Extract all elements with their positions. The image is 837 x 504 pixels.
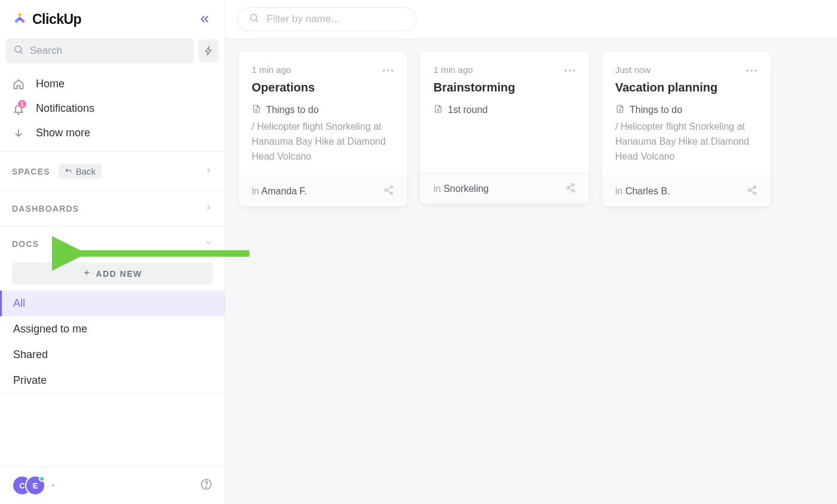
svg-point-3 <box>251 14 257 21</box>
spaces-back-chip[interactable]: Back <box>59 164 102 179</box>
search-row <box>0 38 225 69</box>
back-arrow-icon <box>65 167 72 175</box>
avatar-initial: E <box>33 481 38 490</box>
sidebar-footer: C E <box>0 466 225 504</box>
document-icon <box>615 104 625 116</box>
card-doc-name: Things to do <box>630 105 682 115</box>
app-logo[interactable]: ClickUp <box>12 11 81 28</box>
add-new-doc-button[interactable]: ADD NEW <box>12 262 213 285</box>
topbar <box>225 0 837 39</box>
dashboards-label: DASHBOARDS <box>12 204 79 213</box>
card-doc: 1st round <box>433 104 576 116</box>
card-location-prefix: in <box>433 184 444 194</box>
card-doc: Things to do <box>615 104 757 116</box>
svg-point-11 <box>564 69 567 72</box>
caret-down-icon <box>50 480 56 491</box>
svg-point-13 <box>573 69 575 72</box>
app-name: ClickUp <box>32 11 81 28</box>
arrow-down-icon <box>12 127 25 139</box>
svg-point-2 <box>206 487 206 487</box>
nav-show-more[interactable]: Show more <box>0 121 225 145</box>
card-doc-name: 1st round <box>448 105 488 115</box>
nav-notifications[interactable]: 1 Notifications <box>0 96 225 121</box>
svg-point-0 <box>15 46 22 53</box>
card-location-prefix: in <box>615 186 625 196</box>
home-icon <box>12 78 25 90</box>
docs-label: DOCS <box>12 239 39 249</box>
sidebar: ClickUp Home 1 Notifications <box>0 0 225 504</box>
svg-point-16 <box>572 190 575 192</box>
card-footer: in Amanda F. <box>239 176 407 206</box>
document-icon <box>252 104 261 116</box>
card-location-name: Charles B. <box>625 186 670 196</box>
card-title: Vacation planning <box>615 81 757 94</box>
docs-filter-all[interactable]: All <box>0 291 225 316</box>
nav-home-label: Home <box>36 78 65 90</box>
svg-point-10 <box>390 193 393 195</box>
card-title: Operations <box>252 81 394 94</box>
spaces-label: SPACES <box>12 167 50 176</box>
share-button[interactable] <box>383 185 394 198</box>
svg-point-8 <box>390 186 393 188</box>
section-spaces[interactable]: SPACES Back <box>0 152 225 191</box>
docs-filter-private[interactable]: Private <box>0 368 225 393</box>
card-footer: in Snorkeling <box>420 173 589 204</box>
sidebar-collapse-button[interactable] <box>196 11 213 28</box>
back-label: Back <box>76 166 96 176</box>
card-title: Brainstorming <box>433 81 576 94</box>
card-menu-button[interactable] <box>746 64 757 75</box>
svg-point-18 <box>750 69 753 72</box>
card-timestamp: 1 min ago <box>252 65 291 75</box>
doc-card[interactable]: 1 min ago Brainstorming 1st round <box>420 52 589 204</box>
card-excerpt: / Helicopter flight Snorkeling at Hanaum… <box>252 120 394 164</box>
divider <box>0 393 225 394</box>
svg-point-20 <box>754 186 756 188</box>
svg-point-5 <box>383 69 385 72</box>
svg-point-9 <box>385 190 387 192</box>
card-footer: in Charles B. <box>602 176 771 206</box>
section-dashboards[interactable]: DASHBOARDS <box>0 191 225 226</box>
filter-box[interactable] <box>237 7 417 31</box>
card-location-name: Snorkeling <box>444 184 489 194</box>
nav-show-more-label: Show more <box>36 127 90 139</box>
main-area: 1 min ago Operations Things to do / Heli… <box>225 0 837 504</box>
docs-filter-assigned[interactable]: Assigned to me <box>0 316 225 342</box>
svg-point-12 <box>569 69 571 72</box>
card-doc-name: Things to do <box>266 105 319 115</box>
doc-card[interactable]: Just now Vacation planning Things to do … <box>602 52 771 206</box>
section-docs[interactable]: DOCS <box>0 227 225 254</box>
share-button[interactable] <box>747 185 757 198</box>
docs-canvas: 1 min ago Operations Things to do / Heli… <box>225 39 837 504</box>
doc-card[interactable]: 1 min ago Operations Things to do / Heli… <box>239 52 407 206</box>
document-icon <box>433 104 443 116</box>
search-icon <box>249 13 259 26</box>
share-button[interactable] <box>565 182 576 196</box>
svg-point-14 <box>572 184 575 186</box>
help-button[interactable] <box>200 478 213 493</box>
svg-point-21 <box>749 190 751 192</box>
chevron-right-icon <box>204 166 213 177</box>
card-location-name: Amanda F. <box>261 186 307 196</box>
card-location-prefix: in <box>252 186 261 196</box>
notifications-badge: 1 <box>18 100 26 108</box>
quick-action-button[interactable] <box>198 39 219 62</box>
nav-home[interactable]: Home <box>0 72 225 96</box>
search-input[interactable] <box>30 45 187 57</box>
docs-filter-shared[interactable]: Shared <box>0 342 225 368</box>
clickup-logo-icon <box>12 11 28 27</box>
card-menu-button[interactable] <box>382 64 394 75</box>
card-timestamp: Just now <box>615 65 650 75</box>
user-avatars[interactable]: C E <box>12 475 56 496</box>
nav-notifications-label: Notifications <box>36 102 94 115</box>
svg-point-17 <box>746 69 749 72</box>
svg-point-15 <box>567 187 569 189</box>
add-new-label: ADD NEW <box>96 269 142 279</box>
chevron-right-icon <box>204 203 213 214</box>
svg-point-6 <box>387 69 389 72</box>
filter-input[interactable] <box>267 13 405 25</box>
card-menu-button[interactable] <box>564 64 576 75</box>
search-box[interactable] <box>6 38 194 63</box>
card-excerpt: / Helicopter flight Snorkeling at Hanaum… <box>615 120 757 164</box>
sidebar-header: ClickUp <box>0 0 225 38</box>
chevron-down-icon <box>204 239 213 249</box>
